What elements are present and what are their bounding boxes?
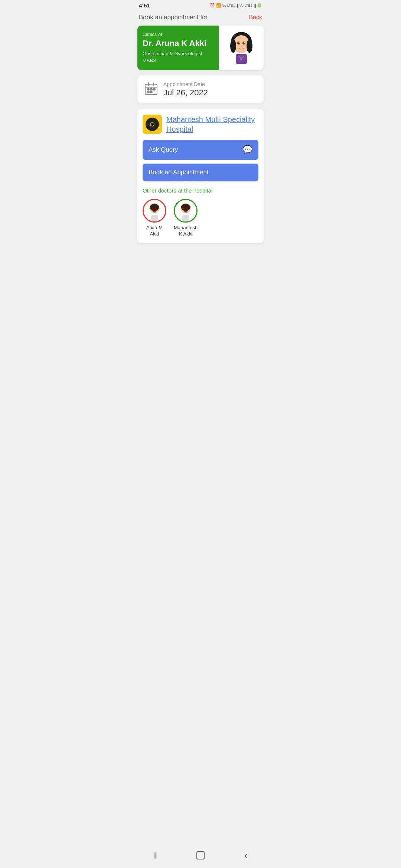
chat-icon: 💬 <box>242 145 252 155</box>
svg-rect-20 <box>150 91 152 93</box>
alarm-icon: ⏰ <box>210 3 215 8</box>
logo-symbol: ⬡ <box>150 121 154 127</box>
mahantesh-doctor-name: MahanteshK Akki <box>174 225 198 237</box>
hospital-logo: ⬡ <box>143 115 162 134</box>
svg-rect-26 <box>151 215 158 221</box>
appointment-date-card: Appointment Date Jul 26, 2022 <box>137 75 264 103</box>
anita-avatar-svg <box>144 201 164 221</box>
hospital-name[interactable]: Mahantesh Multi Speciality Hospital <box>166 115 258 134</box>
other-doctor-item[interactable]: MahanteshK Akki <box>174 199 198 237</box>
anita-doctor-name: Anita MAkki <box>146 225 163 237</box>
svg-rect-16 <box>147 89 149 90</box>
signal2-icon: ▐ <box>254 4 256 7</box>
other-doctors-label: Other doctors at the hospital <box>143 187 258 194</box>
appointment-date-label: Appointment Date <box>163 81 208 87</box>
doctor-avatar-anita <box>143 199 166 223</box>
lte2-label: Vo <box>239 4 244 7</box>
page-title: Book an appointment for <box>139 14 208 21</box>
ask-query-label: Ask Query <box>149 146 178 154</box>
svg-point-4 <box>239 42 240 43</box>
hospital-logo-inner: ⬡ <box>146 118 159 131</box>
doctor-card-avatar <box>219 26 264 70</box>
clinics-of-label: Clinics of <box>143 32 214 37</box>
lte1-icon: Vo <box>222 4 226 7</box>
doctor-avatar-svg <box>225 31 258 65</box>
wifi-icon: 📶 <box>216 3 221 8</box>
hospital-header: ⬡ Mahantesh Multi Speciality Hospital <box>143 115 258 134</box>
svg-point-11 <box>240 58 242 60</box>
status-time: 4:51 <box>139 2 150 9</box>
back-button[interactable]: Back <box>249 14 262 21</box>
svg-rect-19 <box>147 91 149 93</box>
lte2-icon: LTE2 <box>245 4 252 7</box>
ask-query-button[interactable]: Ask Query 💬 <box>143 140 258 160</box>
doctor-name: Dr. Aruna K Akki <box>143 39 214 48</box>
battery-icon: 🔋 <box>257 3 262 8</box>
svg-point-6 <box>241 45 242 46</box>
doctor-specialty: Obstetrician & Gynecologist MBBS <box>143 50 214 64</box>
svg-rect-18 <box>153 89 155 90</box>
svg-point-8 <box>247 39 252 53</box>
status-icons: ⏰ 📶 Vo LTE1 ▐ Vo LTE2 ▐ 🔋 <box>210 3 263 8</box>
svg-point-5 <box>244 42 245 43</box>
hospital-card: ⬡ Mahantesh Multi Speciality Hospital As… <box>137 109 264 243</box>
calendar-icon <box>144 82 158 97</box>
doctor-avatar-emoji <box>224 30 259 65</box>
appointment-date-value: Jul 26, 2022 <box>163 88 208 98</box>
signal1-icon: ▐ <box>236 4 238 7</box>
doctor-card-info: Clinics of Dr. Aruna K Akki Obstetrician… <box>137 26 219 70</box>
other-doctors-list: Anita MAkki MahanteshK Akki <box>143 199 258 237</box>
date-info: Appointment Date Jul 26, 2022 <box>163 81 208 98</box>
mahantesh-avatar-svg <box>176 201 196 221</box>
book-appointment-button[interactable]: Book an Appointment <box>143 164 258 181</box>
other-doctor-item[interactable]: Anita MAkki <box>143 199 166 237</box>
lte-label-1: LTE1 <box>227 4 235 7</box>
status-bar: 4:51 ⏰ 📶 Vo LTE1 ▐ Vo LTE2 ▐ 🔋 <box>134 0 267 10</box>
svg-rect-17 <box>150 89 152 90</box>
svg-point-27 <box>150 205 159 209</box>
header: Book an appointment for Back <box>134 10 267 26</box>
doctor-card: Clinics of Dr. Aruna K Akki Obstetrician… <box>137 26 264 70</box>
svg-point-34 <box>181 205 190 209</box>
svg-point-7 <box>230 39 236 53</box>
svg-rect-33 <box>182 215 189 221</box>
doctor-avatar-mahantesh <box>174 199 198 223</box>
